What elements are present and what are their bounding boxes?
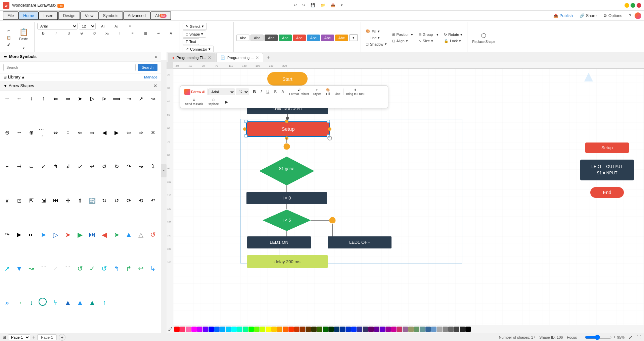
handle-tr[interactable]	[327, 120, 330, 123]
bold-btn[interactable]: B	[37, 31, 49, 36]
arrow-left-outline[interactable]: ⇐	[51, 94, 61, 104]
arrow-green-right[interactable]: ➤	[111, 230, 122, 240]
menu-insert[interactable]: Insert	[39, 11, 58, 20]
color-dot-olive[interactable]	[311, 327, 317, 332]
arrow-circle-up[interactable]: ⟲	[136, 195, 146, 206]
decrease-size-btn[interactable]: A↓	[110, 24, 123, 29]
arrow-next[interactable]: ⏭	[26, 230, 36, 240]
arrow-notch[interactable]: ⊸	[124, 94, 134, 104]
arrow-double[interactable]: ⇔	[51, 127, 61, 137]
arrow-cyan[interactable]: ↗	[2, 264, 12, 274]
arrow-3d-teal[interactable]: ▲	[87, 298, 97, 308]
color-dot-brown2[interactable]	[306, 327, 311, 332]
color-dot-cyan2[interactable]	[220, 327, 225, 332]
shadow-btn[interactable]: ◻ Shadow▾	[364, 41, 389, 47]
color-dot-magenta[interactable]	[191, 327, 197, 332]
arrow-turn[interactable]: ↰	[51, 162, 61, 172]
color-dot-gray4[interactable]	[454, 327, 459, 332]
arrow-left[interactable]: ←	[14, 94, 24, 104]
color-dot-gray3[interactable]	[448, 327, 454, 332]
menu-ai[interactable]: AI hot	[150, 11, 171, 20]
float-expand-btn[interactable]: ▶	[223, 99, 230, 105]
float-format-painter-btn[interactable]: 🖌 Format Painter	[288, 88, 311, 96]
color-dot-brown[interactable]	[300, 327, 305, 332]
color-dot-hotpink[interactable]	[186, 327, 191, 332]
style-down[interactable]: ▾	[349, 34, 358, 41]
focus-btn[interactable]: Focus	[567, 335, 577, 339]
color-dot-pink[interactable]	[180, 327, 185, 332]
arrow-branch[interactable]: ⑂	[51, 298, 61, 308]
superscript-btn[interactable]: X²	[88, 31, 100, 36]
arrow-green-circle[interactable]: ▶	[75, 230, 85, 240]
copy-btn[interactable]: 📋	[3, 35, 15, 41]
paste-btn[interactable]: 📋 Paste	[15, 24, 32, 44]
close-arrow-section-btn[interactable]: ✕	[153, 83, 157, 89]
more-btn[interactable]: ▾	[339, 2, 345, 8]
float-replace-btn[interactable]: ⬡ Replace	[206, 97, 221, 107]
undo-btn[interactable]: ↩	[292, 2, 299, 8]
arrow-right-double[interactable]: ⇒	[63, 94, 73, 104]
color-dot-blue[interactable]	[209, 327, 214, 332]
menu-view[interactable]: View	[80, 11, 98, 20]
arrow-green-turn[interactable]: ↱	[124, 264, 134, 274]
redo-btn[interactable]: ↪	[300, 2, 307, 8]
export-btn[interactable]: 📤	[329, 2, 337, 8]
arrow-blue-right[interactable]: ➤	[39, 230, 49, 240]
arrow-both[interactable]: ↕	[63, 127, 73, 137]
color-dot-cyan[interactable]	[231, 327, 237, 332]
arrow-return[interactable]: ↩	[87, 162, 97, 172]
color-dot-black[interactable]	[465, 327, 471, 332]
color-dot-fuchsia[interactable]	[385, 327, 391, 332]
subscript-btn[interactable]: X₂	[101, 31, 113, 36]
float-italic-btn[interactable]: I	[259, 89, 264, 95]
arrow-move[interactable]: ✛	[63, 195, 73, 206]
arrow-up2[interactable]: ⇑	[75, 195, 85, 206]
arrow-dotted[interactable]: ⋯→	[39, 127, 49, 137]
arrow-down-blue[interactable]: ▼	[14, 264, 24, 274]
align-btn[interactable]: ≡	[124, 24, 136, 29]
italic-btn[interactable]: I	[50, 31, 62, 36]
style-4[interactable]: Abc	[279, 35, 292, 41]
search-button[interactable]: Search	[138, 64, 157, 71]
arrow-back[interactable]: ⇐	[75, 127, 85, 137]
tab-1-close[interactable]: ✕	[208, 55, 211, 60]
color-picker-icon[interactable]: 🖍	[168, 327, 173, 332]
arrow-circle-left[interactable]: ↺	[111, 195, 122, 206]
arrow-right2[interactable]: ⇨	[136, 127, 146, 137]
arrow-checkmark[interactable]: ✓	[87, 264, 97, 274]
float-styles-btn[interactable]: ◻ Styles	[311, 87, 324, 97]
arrow-arc[interactable]: ⌒	[63, 264, 73, 274]
align-ribbon-btn[interactable]: ⊟ Align▾	[390, 38, 415, 44]
color-dot-cyan3[interactable]	[226, 327, 231, 332]
arrow-blue-turn[interactable]: ↰	[111, 264, 122, 274]
color-dot-indigo[interactable]	[203, 327, 208, 332]
arrow-cross[interactable]: ✕	[148, 127, 158, 137]
font-family-select[interactable]: Arial	[37, 23, 78, 30]
add-page-btn2[interactable]: +	[59, 334, 65, 341]
color-dot-blue3[interactable]	[351, 327, 357, 332]
zoom-out-btn[interactable]: −	[581, 335, 584, 340]
style-3[interactable]: Abc	[265, 35, 278, 41]
arrow-back2[interactable]: ◀	[99, 127, 109, 137]
float-bring-front-btn[interactable]: ⬆ Bring to Front	[344, 87, 367, 97]
lock-btn[interactable]: 🔒 Lock▾	[442, 38, 464, 44]
style-8[interactable]: Abc	[335, 35, 348, 41]
color-dot-green[interactable]	[248, 327, 254, 332]
color-dot-yellow-green[interactable]	[260, 327, 265, 332]
arrow-spin[interactable]: ↷	[2, 230, 12, 240]
color-dot-orange[interactable]	[277, 327, 282, 332]
list-btn[interactable]: ≡	[127, 31, 139, 36]
size-btn[interactable]: ⤡ Size▾	[416, 38, 441, 44]
color-dot-darkred[interactable]	[294, 327, 300, 332]
color-dot-slate2[interactable]	[363, 327, 368, 332]
color-dot-plum[interactable]	[368, 327, 374, 332]
arrow-back3[interactable]: ↲	[63, 162, 73, 172]
color-dot-steel[interactable]	[425, 327, 431, 332]
edraw-ai-logo[interactable]: Edraw AI	[183, 88, 206, 96]
color-dot-blue2[interactable]	[214, 327, 220, 332]
color-dot-navy2[interactable]	[334, 327, 339, 332]
zoom-slider[interactable]	[585, 335, 612, 340]
color-dot-teal2[interactable]	[237, 327, 242, 332]
page-select[interactable]: Page-1	[8, 334, 30, 340]
arrow-bent[interactable]: ↷	[124, 162, 134, 172]
